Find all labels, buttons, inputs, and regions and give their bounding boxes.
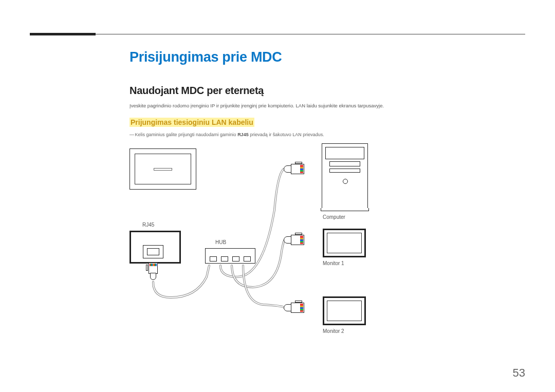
monitor-icon (323, 296, 366, 325)
note-bold: RJ45 (237, 132, 249, 137)
computer-icon (322, 143, 368, 209)
note-text: ― Kelis gaminius galite prijungti naudod… (130, 132, 520, 137)
monitor1-label: Monitor 1 (323, 260, 344, 266)
rj45-port-icon (143, 245, 163, 258)
rj45-plug-icon (284, 234, 306, 246)
rj45-label: RJ45 (142, 222, 154, 228)
hub-label: HUB (215, 239, 226, 245)
rj45-plug-icon (284, 302, 306, 314)
header-rule-thick (30, 33, 96, 35)
connection-diagram: RJ45 HUB Computer Monitor 1 Monitor 2 (130, 143, 392, 349)
intro-text: Įveskite pagrindinio rodomo įrenginio IP… (130, 103, 520, 108)
monitor-icon (323, 229, 366, 257)
subsection-heading: Prijungimas tiesioginiu LAN kabeliu (130, 118, 254, 127)
display-front-icon (130, 148, 196, 190)
rj45-plug-icon (147, 263, 159, 281)
monitor2-label: Monitor 2 (323, 328, 344, 334)
computer-label: Computer (323, 214, 345, 220)
hub-icon (205, 248, 255, 264)
page-title: Prisijungimas prie MDC (130, 49, 520, 65)
note-after: prievadą ir šakotuvo LAN prievadus. (249, 132, 324, 137)
note-dash: ― (130, 132, 134, 137)
brand-logo-icon (154, 168, 172, 171)
rj45-plug-icon (284, 163, 306, 175)
page-number: 53 (513, 366, 525, 380)
header-rule (30, 34, 525, 34)
page-content: Prisijungimas prie MDC Naudojant MDC per… (130, 49, 520, 349)
note-before: Kelis gaminius galite prijungti naudodam… (134, 132, 237, 137)
section-heading: Naudojant MDC per eternetą (130, 85, 520, 97)
